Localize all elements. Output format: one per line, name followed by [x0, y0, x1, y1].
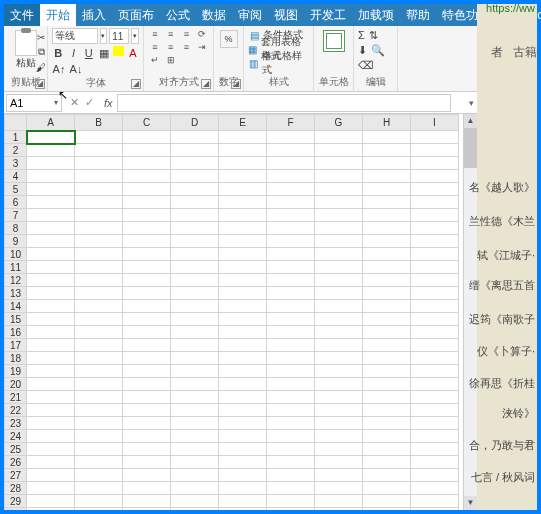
bg-item[interactable]: 浃铃》 [502, 406, 535, 421]
cell[interactable] [27, 287, 75, 300]
align-center-icon[interactable]: ≡ [164, 41, 178, 53]
font-size-dropdown-icon[interactable]: ▾ [131, 28, 139, 44]
cell[interactable] [171, 170, 219, 183]
cell[interactable] [171, 417, 219, 430]
scroll-down-icon[interactable]: ▼ [464, 496, 477, 510]
cell[interactable] [363, 235, 411, 248]
formula-input[interactable] [117, 94, 451, 112]
cell[interactable] [267, 222, 315, 235]
cell[interactable] [171, 508, 219, 511]
cell[interactable] [411, 248, 459, 261]
cell[interactable] [75, 326, 123, 339]
column-header[interactable]: H [363, 115, 411, 131]
cell[interactable] [267, 248, 315, 261]
cell[interactable] [171, 339, 219, 352]
cell[interactable] [411, 300, 459, 313]
cell[interactable] [315, 131, 363, 144]
cell[interactable] [171, 131, 219, 144]
cell[interactable] [123, 391, 171, 404]
cell[interactable] [171, 378, 219, 391]
cell[interactable] [267, 170, 315, 183]
cell[interactable] [315, 404, 363, 417]
row-header[interactable]: 27 [5, 469, 27, 482]
cell[interactable] [363, 313, 411, 326]
cell[interactable] [219, 287, 267, 300]
cell[interactable] [75, 404, 123, 417]
cell[interactable] [123, 456, 171, 469]
cell[interactable] [171, 456, 219, 469]
cell[interactable] [171, 313, 219, 326]
cell[interactable] [171, 469, 219, 482]
cell[interactable] [315, 456, 363, 469]
cell[interactable] [27, 469, 75, 482]
cell[interactable] [171, 365, 219, 378]
cell[interactable] [267, 430, 315, 443]
cell[interactable] [123, 157, 171, 170]
cell[interactable] [123, 300, 171, 313]
cell[interactable] [315, 261, 363, 274]
cell[interactable] [75, 430, 123, 443]
cell[interactable] [267, 287, 315, 300]
cell[interactable] [27, 313, 75, 326]
cell[interactable] [219, 157, 267, 170]
cell[interactable] [267, 417, 315, 430]
cell[interactable] [27, 495, 75, 508]
cell[interactable] [219, 222, 267, 235]
cell[interactable] [75, 482, 123, 495]
font-name-dropdown-icon[interactable]: ▾ [100, 28, 108, 44]
cell[interactable] [411, 495, 459, 508]
cell[interactable] [219, 456, 267, 469]
cell[interactable] [75, 456, 123, 469]
cell[interactable] [267, 378, 315, 391]
font-expand-icon[interactable]: ◢ [131, 79, 141, 89]
orientation-icon[interactable]: ⟳ [195, 28, 209, 40]
clipboard-expand-icon[interactable]: ◢ [35, 79, 45, 89]
font-name-select[interactable]: 等线 [52, 28, 98, 44]
cell[interactable] [219, 508, 267, 511]
fx-label[interactable]: fx [100, 97, 117, 109]
cell[interactable] [27, 196, 75, 209]
font-color-button[interactable]: A [127, 46, 139, 60]
cell[interactable] [363, 352, 411, 365]
row-header[interactable]: 19 [5, 365, 27, 378]
bg-item[interactable]: 七言 / 秋风词 [471, 470, 535, 485]
cell[interactable] [315, 508, 363, 511]
cell[interactable] [27, 170, 75, 183]
cell[interactable] [27, 235, 75, 248]
cell[interactable] [171, 235, 219, 248]
cell[interactable] [315, 144, 363, 157]
cell[interactable] [171, 391, 219, 404]
cell[interactable] [363, 261, 411, 274]
cell[interactable] [123, 365, 171, 378]
row-header[interactable]: 22 [5, 404, 27, 417]
cell[interactable] [411, 482, 459, 495]
cell[interactable] [123, 495, 171, 508]
cell[interactable] [411, 131, 459, 144]
cell[interactable] [267, 482, 315, 495]
row-header[interactable]: 16 [5, 326, 27, 339]
italic-button[interactable]: I [67, 46, 79, 60]
cell[interactable] [75, 144, 123, 157]
find-icon[interactable]: 🔍 [371, 44, 385, 57]
cell[interactable] [123, 261, 171, 274]
column-header[interactable]: C [123, 115, 171, 131]
row-header[interactable]: 13 [5, 287, 27, 300]
cell[interactable] [267, 391, 315, 404]
tab-review[interactable]: 审阅 [232, 4, 268, 26]
cell[interactable] [171, 443, 219, 456]
font-size-select[interactable]: 11 [109, 28, 129, 44]
cell[interactable] [123, 482, 171, 495]
cell[interactable] [219, 300, 267, 313]
cell[interactable] [363, 170, 411, 183]
cell[interactable] [75, 365, 123, 378]
cell[interactable] [27, 365, 75, 378]
cell[interactable] [123, 469, 171, 482]
cell[interactable] [315, 417, 363, 430]
cell[interactable] [315, 469, 363, 482]
cell[interactable] [27, 417, 75, 430]
merge-icon[interactable]: ⊞ [164, 54, 178, 66]
cell[interactable] [315, 235, 363, 248]
bg-item[interactable]: 合，乃敢与君 [469, 438, 535, 453]
cell[interactable] [363, 300, 411, 313]
cell[interactable] [219, 248, 267, 261]
